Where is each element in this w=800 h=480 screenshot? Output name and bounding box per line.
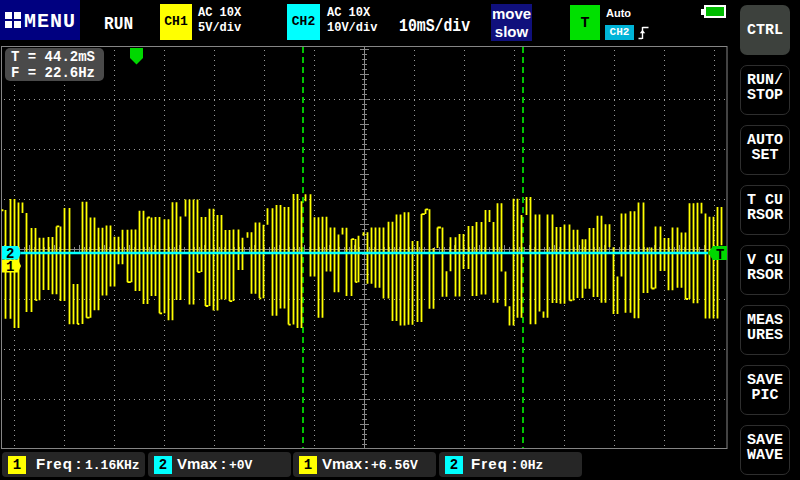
svg-text:1: 1 [6, 259, 14, 275]
svg-text:T: T [716, 247, 724, 263]
